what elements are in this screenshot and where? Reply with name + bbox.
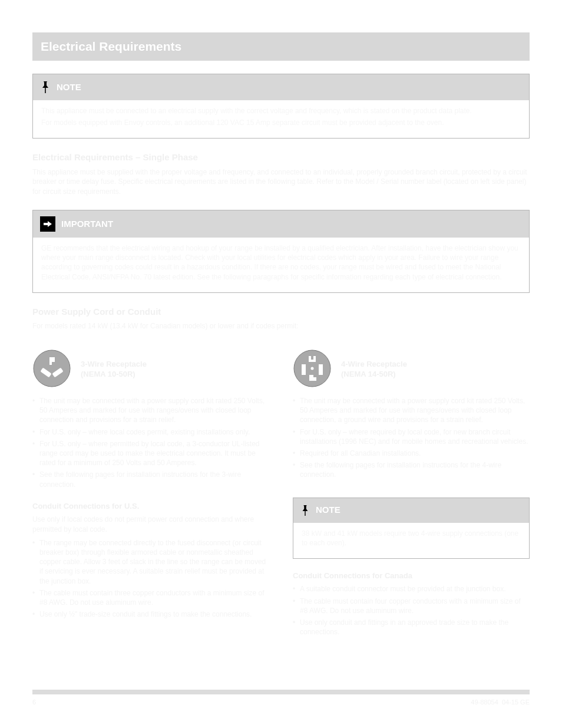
callout-text: This appliance must be connected to an e…	[41, 106, 521, 116]
callout-header: NOTE	[33, 74, 529, 100]
section-banner: Electrical Requirements	[32, 32, 530, 61]
column-title: 4-Wire Receptacle (NEMA 14-50R)	[341, 360, 407, 380]
section-title: Electrical Requirements	[41, 38, 181, 55]
column-3wire: 3-Wire Receptacle (NEMA 10-50R) The unit…	[32, 349, 269, 640]
callout-header: IMPORTANT	[33, 210, 529, 238]
subheading-power-cord: Power Supply Cord or Conduit	[32, 306, 530, 318]
outlet-4wire-icon	[293, 349, 332, 390]
paragraph-text: This appliance must be supplied with the…	[32, 167, 530, 197]
callout-text: GE recommends that the electrical wiring…	[41, 243, 521, 282]
paragraph: For models rated 14 kW (13.4 kW for Cana…	[32, 321, 530, 331]
list-item: The cable must contain four copper condu…	[293, 597, 530, 615]
footer-line: 6 49-88054 04-15 GE	[32, 698, 530, 707]
outlet-3wire-icon	[32, 349, 71, 390]
svg-point-0	[34, 350, 70, 387]
subheading-conduit-canada: Conduit Connections for Canada	[293, 571, 530, 581]
list-item: The range may be connected directly to t…	[32, 538, 269, 586]
pin-icon	[300, 504, 310, 517]
paragraph: Use only if local codes do not permit po…	[32, 515, 269, 535]
list-item: Use only conduit and fittings in an appr…	[293, 618, 530, 637]
callout-text: 38 kW and 41 kW models require two 4-wir…	[302, 529, 521, 548]
list-item: The unit may be connected with a power s…	[293, 396, 530, 425]
list-item: The unit may be connected with a power s…	[32, 396, 269, 425]
paragraph: This appliance must be supplied with the…	[32, 167, 530, 197]
page-footer: 6 49-88054 04-15 GE	[32, 690, 530, 707]
bullet-list: The range may be connected directly to t…	[32, 538, 269, 620]
list-item: For U.S. only – where local codes permit…	[32, 427, 269, 437]
bullet-list: A suitable conduit connector must be pro…	[293, 584, 530, 637]
important-callout: IMPORTANT GE recommends that the electri…	[32, 210, 530, 293]
pin-icon	[40, 80, 51, 94]
page: Electrical Requirements NOTE This applia…	[0, 0, 562, 728]
list-item: For U.S. only – where required by local …	[293, 427, 530, 446]
svg-rect-5	[319, 364, 323, 375]
footer-doc: 49-88054 04-15 GE	[471, 698, 530, 707]
callout-text: For models equipped with Envoy controls,…	[41, 118, 521, 127]
column-4wire: 4-Wire Receptacle (NEMA 14-50R) The unit…	[293, 349, 530, 640]
svg-rect-4	[302, 364, 306, 375]
callout-header: NOTE	[293, 498, 529, 523]
subheading-single-phase: Electrical Requirements – Single Phase	[32, 151, 530, 163]
list-item: Required for all Canadian installations.	[293, 449, 530, 458]
column-title: 3-Wire Receptacle (NEMA 10-50R)	[81, 360, 147, 380]
bullet-list: The unit may be connected with a power s…	[293, 396, 530, 480]
subheading-conduit-us: Conduit Connections for U.S.	[32, 501, 269, 512]
callout-label: NOTE	[316, 504, 340, 516]
column-header: 3-Wire Receptacle (NEMA 10-50R)	[32, 349, 269, 390]
list-item: The cable must contain three copper cond…	[32, 588, 269, 607]
bullet-list: The unit may be connected with a power s…	[32, 396, 269, 489]
callout-body: This appliance must be connected to an e…	[33, 100, 529, 138]
svg-point-6	[311, 367, 314, 370]
callout-body: GE recommends that the electrical wiring…	[33, 238, 529, 292]
list-item: See the following pages for installation…	[32, 470, 269, 489]
note-callout-kw: NOTE 38 kW and 41 kW models require two …	[293, 498, 530, 559]
page-number: 6	[32, 698, 36, 707]
paragraph-text: Use only if local codes do not permit po…	[32, 515, 269, 535]
callout-body: 38 kW and 41 kW models require two 4-wir…	[293, 523, 529, 558]
list-item: Use only ½" trade-size conduit and fitti…	[32, 610, 269, 619]
note-callout-envoy: NOTE This appliance must be connected to…	[32, 74, 530, 139]
column-header: 4-Wire Receptacle (NEMA 14-50R)	[293, 349, 530, 390]
callout-label: IMPORTANT	[61, 218, 113, 230]
paragraph-text: For models rated 14 kW (13.4 kW for Cana…	[32, 321, 530, 331]
list-item: See the following pages for installation…	[293, 460, 530, 479]
two-column-layout: 3-Wire Receptacle (NEMA 10-50R) The unit…	[32, 349, 530, 640]
footer-divider	[32, 690, 530, 694]
arrow-right-icon	[40, 216, 55, 232]
callout-label: NOTE	[57, 81, 81, 93]
list-item: A suitable conduit connector must be pro…	[293, 584, 530, 594]
list-item: For U.S. only – where permitted by local…	[32, 439, 269, 468]
